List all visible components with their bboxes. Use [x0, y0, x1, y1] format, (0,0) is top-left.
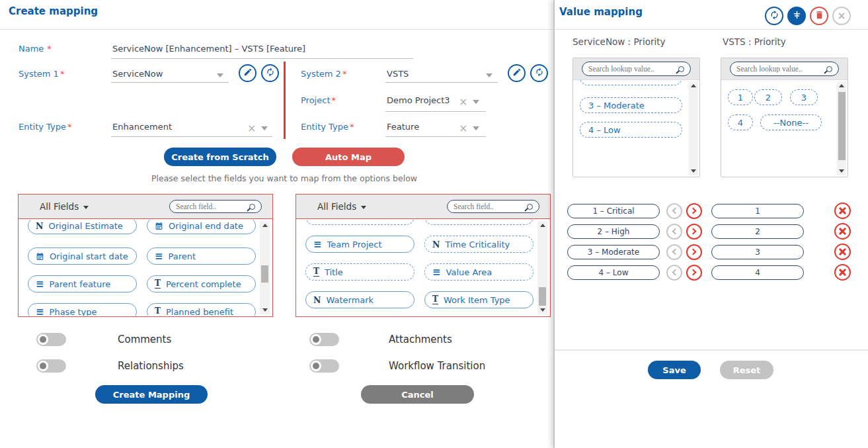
reset-button[interactable]: Reset	[720, 361, 773, 379]
source-lookup-search-input[interactable]	[588, 65, 674, 73]
close-panel-button[interactable]: ×	[832, 7, 851, 25]
project-select[interactable]: Demo Project3	[387, 95, 450, 105]
source-fields-search-input[interactable]	[176, 202, 245, 210]
lookup-value-chip[interactable]: 4	[728, 114, 753, 130]
move-left-button[interactable]	[666, 244, 682, 260]
entity-type1-dropdown-caret-icon[interactable]	[261, 126, 268, 130]
scroll-thumb[interactable]	[539, 287, 546, 306]
scroll-up-arrow[interactable]	[837, 81, 846, 90]
entity-type1-clear-icon[interactable]: ×	[247, 123, 256, 134]
clipped-field-chip[interactable]	[305, 220, 414, 225]
scroll-down-arrow[interactable]	[260, 306, 270, 314]
scrollbar[interactable]	[260, 221, 270, 314]
move-right-button[interactable]	[686, 265, 702, 281]
create-from-scratch-button[interactable]: Create from Scratch	[164, 148, 276, 166]
field-chip[interactable]: ≡Phase type	[28, 303, 137, 316]
clipped-lookup-chip[interactable]	[580, 80, 682, 85]
mapping-target-value[interactable]: 3	[711, 245, 804, 259]
entity-type2-clear-icon[interactable]: ×	[459, 123, 467, 134]
search-icon	[527, 204, 533, 210]
entity-type2-dropdown-caret-icon[interactable]	[473, 126, 479, 130]
workflow-transition-toggle[interactable]	[309, 359, 339, 373]
system2-refresh-button[interactable]	[530, 64, 548, 82]
entity-type2-select[interactable]: Feature	[387, 122, 419, 132]
field-chip[interactable]: NWatermark	[305, 291, 414, 308]
target-fields-search-input[interactable]	[454, 202, 523, 210]
scroll-thumb[interactable]	[261, 265, 268, 283]
field-chip[interactable]: Original start date	[28, 247, 137, 265]
project-dropdown-caret-icon[interactable]	[473, 100, 479, 104]
scroll-down-arrow[interactable]	[837, 167, 846, 175]
move-left-button[interactable]	[666, 203, 682, 219]
system1-dropdown-caret-icon[interactable]	[217, 73, 223, 77]
mapping-source-value[interactable]: 3 – Moderate	[567, 245, 660, 259]
system2-edit-button[interactable]	[508, 64, 526, 82]
move-left-button[interactable]	[666, 265, 682, 281]
scroll-down-arrow[interactable]	[689, 167, 698, 175]
mapping-target-value[interactable]: 1	[711, 204, 804, 218]
clipped-field-chip[interactable]	[424, 220, 533, 225]
move-right-button[interactable]	[686, 224, 702, 240]
lookup-value-chip[interactable]: 3	[790, 89, 818, 105]
system1-refresh-button[interactable]	[261, 64, 279, 82]
remove-mapping-button[interactable]	[834, 264, 851, 281]
field-chip[interactable]: TWork Item Type	[424, 291, 533, 308]
lookup-value-chip[interactable]: --None--	[760, 114, 822, 130]
project-clear-icon[interactable]: ×	[459, 97, 467, 107]
attachments-toggle[interactable]	[309, 333, 339, 346]
remove-mapping-button[interactable]	[834, 202, 851, 219]
source-fields-filter-dropdown[interactable]: All Fields	[40, 201, 89, 212]
comments-toggle[interactable]	[36, 333, 66, 346]
field-chip[interactable]: Original end date	[147, 220, 256, 234]
auto-map-values-button[interactable]	[787, 7, 806, 25]
sync-button[interactable]	[765, 7, 783, 25]
create-mapping-button[interactable]: Create Mapping	[95, 385, 208, 404]
field-chip[interactable]: ≡Parent	[147, 247, 256, 265]
mapping-source-value[interactable]: 1 – Critical	[567, 204, 660, 218]
chevron-left-icon	[672, 269, 679, 276]
lookup-value-chip[interactable]: 1	[728, 89, 753, 105]
remove-mapping-button[interactable]	[834, 244, 851, 260]
lookup-value-chip[interactable]: 2	[754, 89, 782, 105]
system1-select[interactable]: ServiceNow	[112, 69, 163, 79]
field-chip[interactable]: ≡Parent feature	[28, 275, 137, 292]
auto-map-button[interactable]: Auto Map	[292, 148, 405, 166]
name-value[interactable]: ServiceNow [Enhancement] – VSTS [Feature…	[112, 44, 305, 54]
target-fields-filter-dropdown[interactable]: All Fields	[317, 201, 366, 212]
field-chip[interactable]: NTime Criticality	[424, 236, 533, 253]
scroll-thumb[interactable]	[838, 92, 846, 160]
mapping-target-value[interactable]: 2	[711, 224, 804, 239]
mapping-source-value[interactable]: 4 – Low	[567, 265, 660, 280]
scroll-up-arrow[interactable]	[537, 221, 547, 230]
system2-select[interactable]: VSTS	[387, 69, 409, 79]
scrollbar[interactable]	[837, 81, 846, 175]
delete-mapping-button[interactable]	[810, 7, 828, 25]
field-chip[interactable]: TPlanned benefit	[147, 303, 256, 316]
relationships-toggle[interactable]	[36, 359, 66, 373]
field-chip[interactable]: ≡Team Project	[305, 236, 414, 253]
mapping-source-value[interactable]: 2 – High	[567, 224, 660, 239]
scrollbar[interactable]	[537, 221, 547, 314]
save-button[interactable]: Save	[648, 361, 701, 379]
move-right-button[interactable]	[686, 203, 702, 219]
move-left-button[interactable]	[666, 224, 682, 240]
field-chip[interactable]: ≡Value Area	[424, 263, 533, 281]
target-lookup-search-input[interactable]	[736, 65, 822, 73]
scroll-down-arrow[interactable]	[537, 306, 547, 314]
system2-dropdown-caret-icon[interactable]	[486, 73, 493, 77]
text-type-icon: T	[155, 279, 161, 289]
scrollbar[interactable]	[689, 81, 698, 175]
lookup-value-chip[interactable]: 4 – Low	[580, 122, 682, 138]
cancel-button[interactable]: Cancel	[361, 385, 474, 404]
remove-mapping-button[interactable]	[834, 223, 851, 240]
entity-type1-select[interactable]: Enhancement	[112, 122, 172, 132]
field-chip[interactable]: NOriginal Estimate	[28, 220, 137, 234]
scroll-up-arrow[interactable]	[689, 81, 698, 90]
field-chip[interactable]: TTitle	[305, 263, 414, 281]
lookup-value-chip[interactable]: 3 – Moderate	[580, 97, 682, 113]
system1-edit-button[interactable]	[239, 64, 256, 82]
move-right-button[interactable]	[686, 244, 702, 260]
scroll-up-arrow[interactable]	[260, 221, 270, 230]
field-chip[interactable]: TPercent complete	[147, 275, 256, 292]
mapping-target-value[interactable]: 4	[711, 265, 804, 280]
